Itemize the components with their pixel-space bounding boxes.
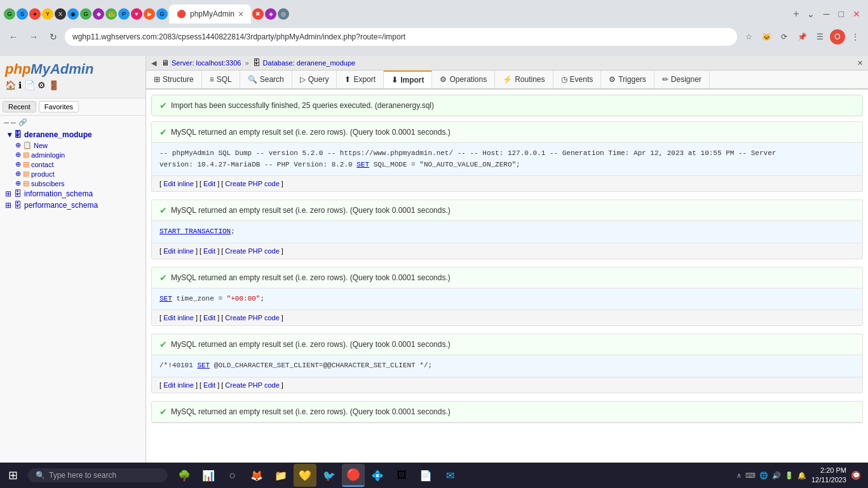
tab-favicon-13[interactable]: G (156, 8, 168, 20)
database-link[interactable]: Database: deranene_modupe (263, 59, 356, 67)
taskbar-app-word[interactable]: 📄 (414, 464, 437, 487)
notification-badge[interactable]: 💬 (851, 471, 860, 480)
edit-link-4[interactable]: Edit (203, 381, 215, 389)
tab-routines-icon: ⚡ (503, 75, 512, 84)
tab-favicon-15[interactable]: ◈ (265, 8, 276, 20)
tab-sql[interactable]: ≡ SQL (202, 71, 240, 88)
tab-favicon-9[interactable]: 🐸 (105, 8, 117, 20)
tab-favicon-3[interactable]: ● (29, 8, 41, 20)
extension-icon-3[interactable]: 📌 (794, 29, 810, 44)
table-contact[interactable]: ⊕ ▤ contact (0, 159, 146, 169)
taskbar-app-tree[interactable]: 🌳 (173, 464, 196, 487)
notification-icon[interactable]: 🔔 (797, 471, 806, 480)
tab-import[interactable]: ⬇ Import (384, 71, 432, 88)
tab-events[interactable]: ◷ Events (553, 71, 602, 88)
table-subscibers[interactable]: ⊕ ▤ subscibers (0, 179, 146, 188)
table-product[interactable]: ⊕ ▤ product (0, 169, 146, 179)
db-performance-schema[interactable]: ⊞ 🗄 performance_schema (0, 200, 146, 211)
active-tab[interactable]: 🔴 phpMyAdmin × (169, 4, 251, 24)
create-php-link-1[interactable]: Create PHP code (225, 180, 279, 187)
tab-favicon-11[interactable]: ♥ (131, 8, 142, 20)
menu-icon[interactable]: ⋮ (848, 29, 863, 44)
tab-favicon-5[interactable]: X (55, 8, 66, 20)
tab-designer[interactable]: ✏ Designer (654, 71, 710, 88)
settings-icon[interactable]: ⚙ (37, 80, 46, 90)
home-icon[interactable]: 🏠 (5, 80, 16, 90)
maximize-button[interactable]: □ (835, 6, 848, 22)
tab-query[interactable]: ▷ Query (292, 71, 337, 88)
collapse-btn[interactable]: ─ ─ (4, 119, 16, 126)
tab-list-button[interactable]: ⌄ (803, 6, 818, 22)
extension-icon-2[interactable]: ⟳ (776, 29, 792, 44)
volume-icon[interactable]: 🔊 (772, 471, 781, 480)
topbar-toggle[interactable]: ◀ (151, 59, 156, 67)
extension-icon-4[interactable]: ☰ (812, 29, 827, 44)
taskbar-app-yellow[interactable]: 💛 (294, 464, 316, 487)
tab-routines[interactable]: ⚡ Routines (495, 71, 553, 88)
pma-panel-close[interactable]: ✕ (857, 59, 863, 67)
close-button[interactable]: ✕ (849, 6, 864, 22)
db-information-schema[interactable]: ⊞ 🗄 information_schema (0, 188, 146, 200)
taskbar-app-explorer[interactable]: 📁 (269, 464, 292, 487)
table-new[interactable]: ⊕ 📋 New (0, 140, 146, 150)
create-php-link-2[interactable]: Create PHP code (225, 247, 279, 255)
taskbar-app-twitter[interactable]: 🐦 (318, 464, 341, 487)
table-adminlogin[interactable]: ⊕ ▤ adminlogin (0, 150, 146, 159)
edit-link-3[interactable]: Edit (203, 314, 215, 322)
exit-icon[interactable]: 🚪 (48, 80, 59, 90)
taskbar-app-mail[interactable]: ✉ (438, 464, 461, 487)
refresh-button[interactable]: ↻ (46, 29, 61, 44)
taskbar-app-chart[interactable]: 📊 (197, 464, 220, 487)
forward-button[interactable]: → (25, 29, 42, 44)
tab-favicon-8[interactable]: ◆ (93, 8, 104, 20)
edit-inline-link-2[interactable]: Edit inline (163, 247, 194, 255)
extension-icon-1[interactable]: 🐱 (759, 29, 774, 44)
server-link[interactable]: Server: localhost:3306 (172, 59, 241, 67)
edit-inline-link-4[interactable]: Edit inline (163, 381, 194, 389)
tab-favicon-12[interactable]: ▶ (144, 8, 155, 20)
taskbar-app-vscode[interactable]: 💠 (366, 464, 389, 487)
edit-inline-link-3[interactable]: Edit inline (163, 314, 194, 322)
tab-favicon-6[interactable]: ◉ (67, 8, 79, 20)
server-icon: 🖥 (161, 58, 169, 67)
edit-link-1[interactable]: Edit (203, 180, 215, 187)
taskbar-app-firefox[interactable]: 🦊 (245, 464, 268, 487)
tab-structure[interactable]: ⊞ Structure (146, 71, 202, 88)
edit-link-2[interactable]: Edit (203, 247, 215, 255)
taskbar-app-circle[interactable]: ○ (221, 464, 244, 487)
tab-triggers[interactable]: ⚙ Triggers (601, 71, 654, 88)
tab-favicon-14[interactable]: ✖ (252, 8, 264, 20)
tab-favicon-16[interactable]: ◎ (278, 8, 289, 20)
taskbar-app-chrome[interactable]: 🔴 (342, 464, 365, 487)
taskbar-search-bar[interactable]: 🔍 Type here to search (28, 468, 168, 482)
tab-close-btn[interactable]: × (238, 9, 243, 19)
tab-operations[interactable]: ⚙ Operations (432, 71, 495, 88)
tab-favicon-4[interactable]: Y (42, 8, 53, 20)
favorites-tab[interactable]: Favorites (39, 101, 79, 112)
new-tab-button[interactable]: + (790, 6, 801, 22)
create-php-link-4[interactable]: Create PHP code (225, 381, 279, 389)
tab-search[interactable]: 🔍 Search (240, 71, 292, 88)
back-button[interactable]: ← (5, 29, 22, 44)
tab-favicon-1[interactable]: G (4, 8, 15, 20)
address-input[interactable] (65, 28, 737, 46)
tab-navigation: ⊞ Structure ≡ SQL 🔍 Search ▷ Query ⬆ Exp… (146, 71, 868, 90)
tab-favicon-2[interactable]: S (17, 8, 28, 20)
tab-export[interactable]: ⬆ Export (337, 71, 384, 88)
taskbar-search-text: Type here to search (49, 471, 116, 480)
minimize-button[interactable]: ─ (820, 6, 834, 22)
tab-favicon-10[interactable]: P (118, 8, 130, 20)
edit-inline-link-1[interactable]: Edit inline (163, 180, 194, 187)
systray-up-icon[interactable]: ∧ (736, 471, 742, 480)
file-icon[interactable]: 📄 (24, 80, 35, 90)
db-deranene-modupe[interactable]: ▾ 🗄 deranene_modupe (0, 129, 146, 140)
info-icon[interactable]: ℹ (18, 80, 22, 90)
tab-favicon-7[interactable]: G (80, 8, 92, 20)
taskbar-clock[interactable]: 2:20 PM 12/11/2023 (811, 466, 846, 485)
create-php-link-3[interactable]: Create PHP code (225, 314, 279, 322)
taskbar-app-image[interactable]: 🖼 (390, 464, 413, 487)
recent-tab[interactable]: Recent (3, 101, 36, 112)
profile-icon[interactable]: O (830, 29, 845, 44)
start-button[interactable]: ⊞ (0, 463, 25, 488)
bookmark-star-icon[interactable]: ☆ (741, 29, 756, 44)
